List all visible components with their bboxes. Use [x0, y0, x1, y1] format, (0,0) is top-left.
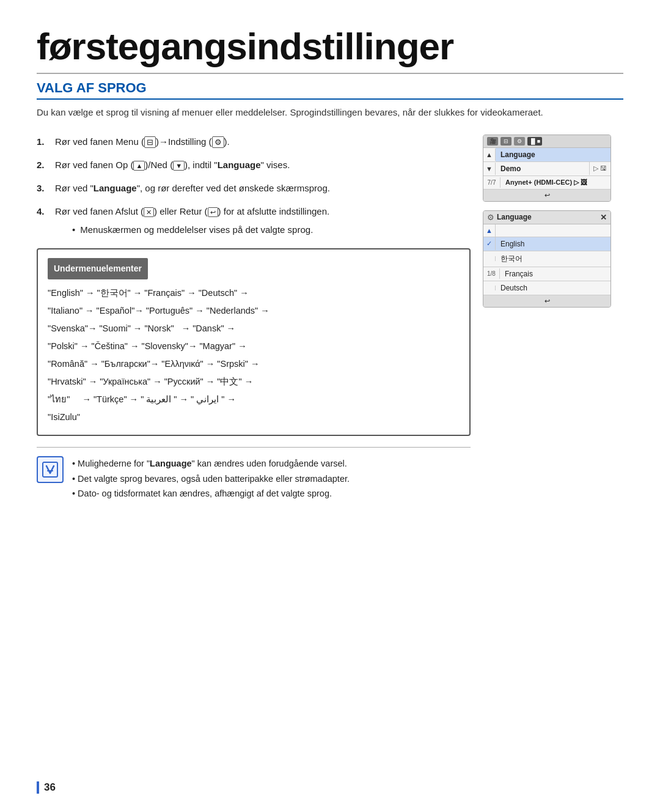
step-1: 1. Rør ved fanen Menu (⊟)→Indstilling (⚙… [37, 135, 471, 149]
demo-row[interactable]: ▼ Demo ▷ 🖫 [483, 162, 610, 176]
language-label: Language [496, 148, 610, 161]
submenu-content: "English" → "한국어" → "Français" → "Deutsc… [48, 284, 460, 426]
lang-french-row[interactable]: 1/8 Français [483, 267, 610, 281]
step-1-text: Rør ved fanen Menu (⊟)→Indstilling (⚙). [55, 135, 230, 149]
step-2-text: Rør ved fanen Op (▲)/Ned (▼), indtil "La… [55, 158, 290, 172]
submenu-title: Undermenuelementer [48, 258, 148, 279]
submenu-line-8: "IsiZulu" [48, 408, 460, 426]
lang-up-arrow[interactable]: ▲ [483, 224, 496, 237]
step-4-text: Rør ved fanen Afslut (✕) eller Retur (↩)… [55, 206, 329, 216]
lang-up-row[interactable]: ▲ [483, 224, 610, 237]
lang-up-label [496, 228, 610, 233]
demo-label: Demo [496, 162, 589, 175]
lang-header: ⚙ Language ✕ [483, 211, 610, 224]
up-arrow[interactable]: ▲ [483, 149, 496, 161]
anynet-row[interactable]: 7/7 Anynet+ (HDMI-CEC) ▷ 🖼 [483, 176, 610, 190]
submenu-line-6: "Hrvatski" → "Українська" → "Русский" → … [48, 373, 460, 391]
page-title: førstegangsindstillinger [37, 24, 623, 74]
battery-icon: ▐▌■ [527, 137, 542, 146]
note-icon [37, 456, 64, 483]
svg-rect-0 [43, 462, 57, 477]
note-text: Mulighederne for "Language" kan ændres u… [72, 456, 350, 501]
step-3-text: Rør ved "Language", og rør derefter ved … [55, 181, 330, 196]
lang-french[interactable]: Français [500, 267, 610, 281]
right-column: 🎥 ⊟ ⚙ ▐▌■ ▲ Language ▼ Demo ▷ 🖫 7/7 Anyn… [483, 135, 623, 501]
lang-korean[interactable]: 한국어 [496, 251, 610, 267]
lang-korean-row[interactable]: 한국어 [483, 251, 610, 267]
lang-header-title: Language [497, 213, 598, 221]
left-column: 1. Rør ved fanen Menu (⊟)→Indstilling (⚙… [37, 135, 471, 501]
sub-bullet-item: Menuskærmen og meddelelser vises på det … [72, 223, 329, 237]
lang-german[interactable]: Deutsch [496, 281, 610, 295]
lang-check-german [483, 286, 496, 290]
lang-close-icon[interactable]: ✕ [600, 213, 607, 222]
down-arrow[interactable]: ▼ [483, 163, 496, 175]
lang-check-english: ✓ [483, 237, 496, 250]
step-num-1: 1. [37, 135, 50, 149]
anynet-label: Anynet+ (HDMI-CEC) ▷ 🖼 [501, 176, 610, 189]
camera-icon: 🎥 [487, 137, 498, 146]
step-num-2: 2. [37, 158, 50, 172]
language-widget: ⚙ Language ✕ ▲ ✓ English 한국어 1/8 F [483, 210, 611, 308]
sub-bullet-list: Menuskærmen og meddelelser vises på det … [72, 223, 329, 237]
menu-widget: 🎥 ⊟ ⚙ ▐▌■ ▲ Language ▼ Demo ▷ 🖫 7/7 Anyn… [483, 135, 611, 202]
step-4-content: Rør ved fanen Afslut (✕) eller Retur (↩)… [55, 204, 329, 237]
note-item-2: Det valgte sprog bevares, også uden batt… [72, 471, 350, 487]
step-3: 3. Rør ved "Language", og rør derefter v… [37, 181, 471, 196]
row-num: 7/7 [483, 177, 501, 188]
list-icon: ⊟ [501, 137, 512, 146]
page-number: 36 [37, 781, 56, 794]
step-4: 4. Rør ved fanen Afslut (✕) eller Retur … [37, 204, 471, 237]
gear-icon: ⚙ [514, 137, 525, 146]
step-num-3: 3. [37, 181, 50, 196]
demo-side: ▷ 🖫 [589, 162, 610, 175]
submenu-line-3: "Svenska"→ "Suomi" → "Norsk" → "Dansk" → [48, 320, 460, 338]
submenu-line-5: "Română" → "Български"→ "Ελληνικά" → "Sr… [48, 355, 460, 373]
up-arrow-row[interactable]: ▲ Language [483, 148, 610, 162]
lang-gear-icon: ⚙ [487, 213, 494, 222]
submenu-line-1: "English" → "한국어" → "Français" → "Deutsc… [48, 284, 460, 302]
submenu-line-4: "Polski" → "Čeština" → "Slovensky"→ "Mag… [48, 338, 460, 355]
note-item-1: Mulighederne for "Language" kan ændres u… [72, 456, 350, 471]
content-area: 1. Rør ved fanen Menu (⊟)→Indstilling (⚙… [37, 135, 623, 501]
steps-list: 1. Rør ved fanen Menu (⊟)→Indstilling (⚙… [37, 135, 471, 237]
intro-text: Du kan vælge et sprog til visning af men… [37, 106, 623, 120]
submenu-line-7: "ไทย" → "Türkçe" → " ايراني " → " العربي… [48, 391, 460, 408]
note-item-3: Dato- og tidsformatet kan ændres, afhæng… [72, 486, 350, 501]
lang-check-korean [483, 256, 496, 261]
widget-header: 🎥 ⊟ ⚙ ▐▌■ [483, 135, 610, 148]
submenu-box: Undermenuelementer "English" → "한국어" → "… [37, 248, 471, 436]
back-button-1[interactable]: ↩ [483, 190, 610, 201]
step-num-4: 4. [37, 204, 50, 219]
lang-english-row[interactable]: ✓ English [483, 237, 610, 251]
lang-english[interactable]: English [496, 237, 610, 251]
section-title: VALG AF SPROG [37, 80, 623, 100]
note-box: Mulighederne for "Language" kan ændres u… [37, 447, 471, 501]
lang-german-row[interactable]: Deutsch [483, 281, 610, 295]
back-button-2[interactable]: ↩ [483, 295, 610, 307]
note-list: Mulighederne for "Language" kan ændres u… [72, 456, 350, 501]
step-2: 2. Rør ved fanen Op (▲)/Ned (▼), indtil … [37, 158, 471, 172]
submenu-line-2: "Italiano" → "Español"→ "Português" → "N… [48, 302, 460, 320]
lang-row-num: 1/8 [483, 268, 500, 279]
